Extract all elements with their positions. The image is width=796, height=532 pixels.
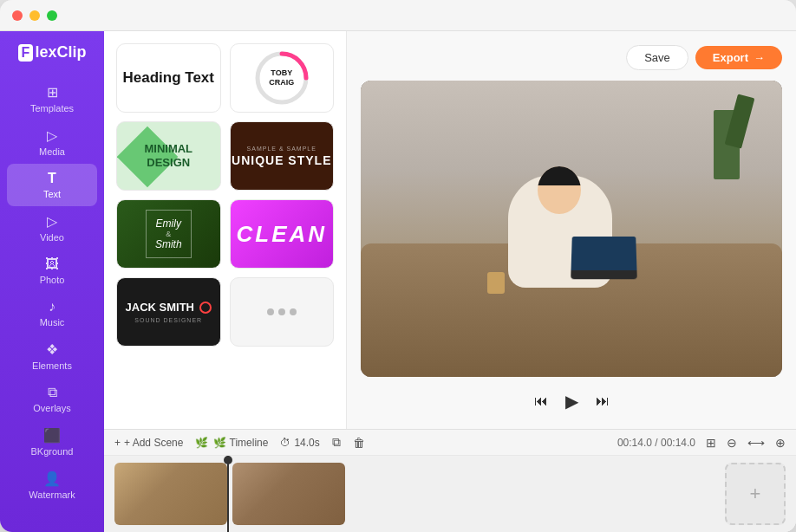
timeline-clip-2[interactable] bbox=[232, 463, 345, 525]
overlays-icon: ⧉ bbox=[48, 385, 57, 400]
sidebar-item-watermark[interactable]: 👤 Watermark bbox=[0, 464, 104, 507]
logo-text: lexClip bbox=[35, 43, 86, 62]
sidebar-item-media[interactable]: ▷ Media bbox=[0, 120, 104, 164]
laptop bbox=[571, 237, 637, 279]
sidebar-item-elements[interactable]: ❖ Elements bbox=[0, 334, 104, 378]
heading-text-label: Heading Text bbox=[123, 69, 214, 87]
sidebar-item-photo[interactable]: 🖼 Photo bbox=[0, 250, 104, 292]
timeline-icon: 🌿 bbox=[195, 437, 208, 449]
emily-smith: Smith bbox=[155, 238, 182, 250]
video-panel: Save Export → bbox=[347, 31, 796, 429]
time-display: 00:14.0 / 00:14.0 bbox=[617, 437, 695, 449]
laptop-screen bbox=[571, 237, 637, 270]
toby-logo-container: TOBYCRAIG bbox=[252, 49, 311, 107]
bkground-icon: ⬛ bbox=[43, 427, 61, 444]
text-card-emily[interactable]: Emily & Smith bbox=[116, 199, 221, 269]
next-button[interactable]: ⏭ bbox=[596, 393, 610, 409]
timeline-action[interactable]: 🌿 🌿 Timeline bbox=[195, 437, 268, 449]
hair bbox=[538, 166, 581, 185]
content-area: Heading Text TOBYCRAIG bbox=[104, 31, 796, 429]
sidebar-item-label: Templates bbox=[30, 103, 74, 114]
logo: F lexClip bbox=[18, 43, 87, 62]
unique-style-text: UNIQUE STYLE bbox=[232, 153, 331, 167]
plus-icon: + bbox=[750, 483, 761, 505]
sidebar-item-text[interactable]: T Text bbox=[7, 164, 97, 206]
watermark-icon: 👤 bbox=[43, 470, 61, 487]
sidebar-item-bkground[interactable]: ⬛ BKground bbox=[0, 420, 104, 464]
minimal-text-container: MINIMALDESIGN bbox=[144, 142, 192, 169]
person-head bbox=[538, 166, 581, 214]
elements-icon: ❖ bbox=[46, 341, 58, 358]
adjust-icon[interactable]: ⟷ bbox=[747, 436, 765, 450]
sidebar-item-label: Video bbox=[40, 232, 64, 243]
zoom-in-icon[interactable]: ⊕ bbox=[775, 436, 786, 450]
duration-value: 14.0s bbox=[294, 437, 319, 449]
text-icon: T bbox=[48, 171, 56, 186]
dot-3 bbox=[290, 308, 297, 315]
minimal-text-label: MINIMALDESIGN bbox=[144, 142, 192, 169]
text-card-jack[interactable]: JACK SMITH SOUND DESIGNER bbox=[116, 277, 221, 347]
sidebar-item-overlays[interactable]: ⧉ Overlays bbox=[0, 378, 104, 420]
timeline-section: + + Add Scene 🌿 🌿 Timeline ⏱ 14.0s ⧉ 🗑 bbox=[104, 429, 796, 532]
export-label: Export bbox=[713, 51, 748, 64]
clip-thumb-2 bbox=[232, 463, 345, 525]
logo-f-letter: F bbox=[18, 44, 34, 62]
timeline-clip-1[interactable] bbox=[114, 463, 227, 525]
clean-text-label: CLEAN bbox=[236, 221, 327, 248]
text-card-more[interactable] bbox=[230, 277, 335, 347]
text-card-minimal[interactable]: MINIMALDESIGN bbox=[116, 121, 221, 191]
sidebar-item-label: Media bbox=[39, 146, 65, 157]
emily-and: & bbox=[155, 230, 182, 238]
jack-circle-icon bbox=[199, 302, 212, 314]
jack-subtitle: SOUND DESIGNER bbox=[134, 317, 202, 323]
copy-icon[interactable]: ⧉ bbox=[332, 435, 341, 450]
mug bbox=[487, 272, 505, 294]
minimize-button[interactable] bbox=[29, 10, 40, 21]
sidebar-item-label: Music bbox=[40, 317, 65, 328]
fit-icon[interactable]: ⊞ bbox=[706, 436, 716, 450]
text-card-toby[interactable]: TOBYCRAIG bbox=[230, 43, 335, 113]
zoom-out-icon[interactable]: ⊖ bbox=[727, 436, 737, 450]
add-scene-button[interactable]: + bbox=[725, 463, 786, 525]
video-scene bbox=[361, 81, 782, 377]
sidebar-item-label: Elements bbox=[32, 360, 72, 371]
maximize-button[interactable] bbox=[47, 10, 57, 21]
play-button[interactable]: ▶ bbox=[565, 391, 578, 412]
toby-name: TOBYCRAIG bbox=[269, 68, 294, 88]
save-button[interactable]: Save bbox=[626, 45, 688, 70]
media-icon: ▷ bbox=[47, 127, 57, 144]
sidebar-item-label: Text bbox=[43, 189, 61, 199]
add-scene-icon: + bbox=[114, 437, 121, 449]
video-toolbar: Save Export → bbox=[361, 45, 782, 70]
sidebar-item-label: Photo bbox=[40, 275, 65, 285]
add-scene-action[interactable]: + + Add Scene bbox=[114, 437, 183, 449]
export-button[interactable]: Export → bbox=[695, 46, 782, 69]
right-timeline-info: 00:14.0 / 00:14.0 ⊞ ⊖ ⟷ ⊕ bbox=[617, 436, 786, 450]
delete-icon[interactable]: 🗑 bbox=[353, 436, 365, 450]
timeline-strip bbox=[114, 463, 718, 525]
prev-button[interactable]: ⏮ bbox=[534, 393, 548, 409]
video-preview bbox=[361, 81, 782, 377]
playhead[interactable] bbox=[227, 456, 229, 532]
toby-inner-text: TOBYCRAIG bbox=[269, 68, 294, 88]
templates-icon: ⊞ bbox=[47, 84, 58, 101]
sidebar-item-label: Watermark bbox=[29, 490, 75, 500]
sidebar-item-templates[interactable]: ⊞ Templates bbox=[0, 77, 104, 120]
sidebar-item-music[interactable]: ♪ Music bbox=[0, 292, 104, 334]
jack-name-text: JACK SMITH bbox=[126, 301, 212, 314]
text-card-clean[interactable]: CLEAN bbox=[230, 199, 335, 269]
dot-1 bbox=[267, 308, 274, 315]
emily-name: Emily bbox=[155, 217, 182, 230]
text-card-heading[interactable]: Heading Text bbox=[116, 43, 221, 113]
app-body: F lexClip ⊞ Templates ▷ Media T Text ▷ V… bbox=[0, 31, 796, 532]
sidebar-item-video[interactable]: ▷ Video bbox=[0, 206, 104, 250]
title-bar bbox=[0, 0, 796, 31]
export-arrow-icon: → bbox=[754, 51, 765, 64]
text-card-unique[interactable]: SAMPLE & SAMPLE UNIQUE STYLE bbox=[230, 121, 335, 191]
clip-thumb-1 bbox=[114, 463, 227, 525]
close-button[interactable] bbox=[12, 10, 23, 21]
music-icon: ♪ bbox=[49, 299, 55, 315]
timeline-panel: + bbox=[104, 456, 796, 532]
timeline-controls: + + Add Scene 🌿 🌿 Timeline ⏱ 14.0s ⧉ 🗑 bbox=[104, 430, 796, 456]
sidebar: F lexClip ⊞ Templates ▷ Media T Text ▷ V… bbox=[0, 31, 104, 532]
